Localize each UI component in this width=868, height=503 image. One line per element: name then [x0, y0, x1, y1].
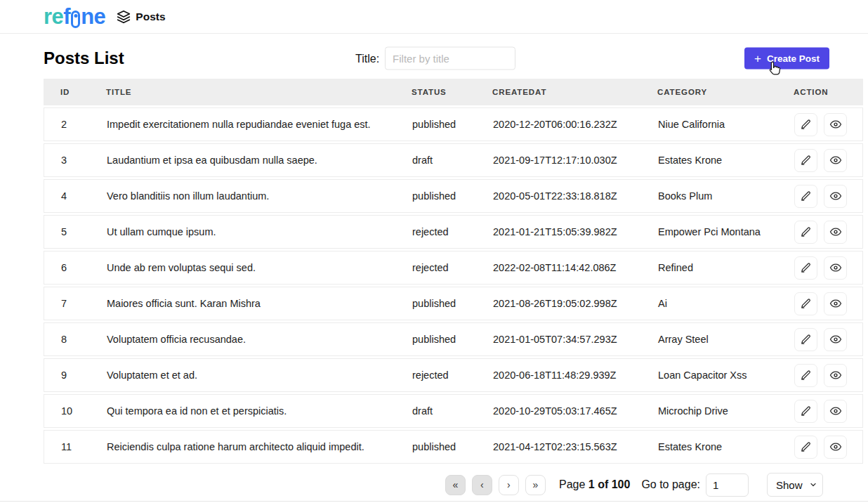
cell-status: rejected: [395, 226, 476, 237]
edit-button[interactable]: [794, 221, 817, 244]
show-button[interactable]: [824, 328, 847, 351]
logo-text-re: re: [44, 6, 63, 27]
show-button[interactable]: [824, 292, 847, 315]
cell-id: 11: [44, 441, 90, 452]
edit-button[interactable]: [794, 328, 817, 351]
eye-icon: [829, 369, 842, 381]
table-row: 9 Voluptatem et et ad. rejected 2020-06-…: [44, 358, 863, 392]
show-button[interactable]: [824, 436, 847, 459]
show-button[interactable]: [824, 221, 847, 244]
next-page-button[interactable]: ›: [499, 475, 519, 495]
eye-icon: [829, 154, 842, 166]
pencil-icon: [800, 155, 812, 166]
nav-item-posts[interactable]: Posts: [117, 10, 165, 24]
posts-table: ID TITLE STATUS CREATEDAT CATEGORY ACTIO…: [44, 79, 863, 464]
cell-category: Empower Pci Montana: [641, 226, 777, 237]
bottom-divider: [0, 501, 868, 502]
show-button[interactable]: [824, 185, 847, 208]
create-post-button[interactable]: + Create Post: [744, 48, 829, 70]
list-header: Posts List Title: + Create Post: [0, 38, 868, 79]
eye-icon: [829, 118, 842, 131]
cell-category: Microchip Drive: [641, 405, 777, 417]
pencil-icon: [800, 262, 812, 274]
cell-category: Array Steel: [641, 334, 777, 345]
edit-button[interactable]: [794, 256, 817, 280]
eye-icon: [829, 333, 842, 346]
cell-title: Impedit exercitationem nulla repudiandae…: [90, 119, 395, 130]
page-value: 1 of 100: [588, 478, 631, 490]
prev-page-button[interactable]: ‹: [472, 475, 492, 495]
first-page-button[interactable]: «: [445, 475, 466, 495]
edit-button[interactable]: [794, 400, 817, 423]
show-button[interactable]: [824, 113, 847, 136]
cell-status: rejected: [395, 262, 476, 273]
cell-category: Refined: [641, 262, 777, 273]
cell-createdat: 2020-12-20T06:00:16.232Z: [476, 119, 641, 130]
cell-title: Maiores officia sunt. Karan Mishra: [90, 298, 395, 309]
cell-createdat: 2020-05-01T22:33:18.818Z: [476, 190, 641, 202]
edit-button[interactable]: [794, 149, 817, 172]
pencil-icon: [800, 190, 812, 202]
eye-icon: [829, 297, 842, 310]
cell-category: Loan Capacitor Xss: [641, 370, 777, 381]
show-button[interactable]: [824, 400, 847, 423]
page-title: Posts List: [44, 48, 124, 68]
cell-action: [777, 113, 862, 136]
table-row: 4 Vero blanditiis non illum laudantium. …: [44, 179, 863, 213]
cell-createdat: 2022-02-08T11:14:42.086Z: [476, 262, 641, 273]
edit-button[interactable]: [794, 436, 817, 459]
cell-id: 10: [44, 405, 90, 417]
goto-page-input[interactable]: [706, 473, 749, 497]
show-button[interactable]: [824, 364, 847, 387]
refine-logo[interactable]: refne: [44, 6, 105, 28]
column-header-title[interactable]: TITLE: [89, 88, 395, 96]
edit-button[interactable]: [794, 113, 817, 136]
table-row: 8 Voluptatem officia recusandae. publish…: [44, 322, 863, 356]
cell-status: published: [395, 334, 476, 345]
table-row: 3 Laudantium et ipsa ea quibusdam nulla …: [44, 143, 863, 177]
page-size-select[interactable]: Show 10: [767, 473, 823, 497]
cell-id: 4: [44, 190, 90, 202]
edit-button[interactable]: [794, 185, 817, 208]
cell-action: [777, 436, 862, 459]
create-post-label: Create Post: [767, 53, 820, 64]
edit-button[interactable]: [794, 364, 817, 387]
cell-action: [777, 185, 862, 208]
table-row: 6 Unde ab rem voluptas sequi sed. reject…: [44, 251, 863, 285]
cell-category: Books Plum: [641, 190, 777, 202]
title-filter-input[interactable]: [385, 47, 515, 70]
cell-title: Voluptatem et et ad.: [90, 370, 395, 381]
cell-id: 7: [44, 298, 90, 309]
table-header-row: ID TITLE STATUS CREATEDAT CATEGORY ACTIO…: [44, 79, 863, 105]
column-header-createdat[interactable]: CREATEDAT: [475, 88, 640, 96]
show-button[interactable]: [824, 149, 847, 172]
column-header-action: ACTION: [777, 88, 863, 96]
column-header-status[interactable]: STATUS: [395, 88, 475, 96]
cell-title: Voluptatem officia recusandae.: [90, 334, 395, 345]
pencil-icon: [800, 226, 812, 238]
cell-createdat: 2021-01-05T07:34:57.293Z: [476, 334, 641, 345]
goto-label: Go to page:: [641, 478, 700, 491]
cell-category: Ai: [641, 298, 777, 309]
cell-category: Estates Krone: [641, 155, 777, 166]
cell-title: Laudantium et ipsa ea quibusdam nulla sa…: [90, 155, 395, 166]
cell-action: [777, 400, 862, 423]
column-header-category[interactable]: CATEGORY: [640, 88, 777, 96]
cell-id: 8: [44, 334, 90, 345]
top-bar: refne Posts: [0, 0, 868, 34]
pagination: « ‹ › » Page 1 of 100 Go to page: Show 1…: [0, 473, 823, 497]
pencil-icon: [800, 441, 812, 453]
show-button[interactable]: [824, 256, 847, 280]
cell-category: Estates Krone: [641, 441, 777, 452]
layers-icon: [117, 10, 131, 24]
column-header-id[interactable]: ID: [44, 88, 89, 96]
page-label: Page: [559, 478, 585, 490]
cell-createdat: 2021-08-26T19:05:02.998Z: [476, 298, 641, 309]
cell-title: Vero blanditiis non illum laudantium.: [90, 190, 395, 202]
edit-button[interactable]: [794, 292, 817, 315]
table-body: 2 Impedit exercitationem nulla repudiand…: [44, 107, 863, 464]
cell-status: rejected: [395, 370, 476, 381]
cell-action: [777, 364, 862, 387]
cell-status: published: [395, 190, 476, 202]
last-page-button[interactable]: »: [525, 475, 546, 495]
